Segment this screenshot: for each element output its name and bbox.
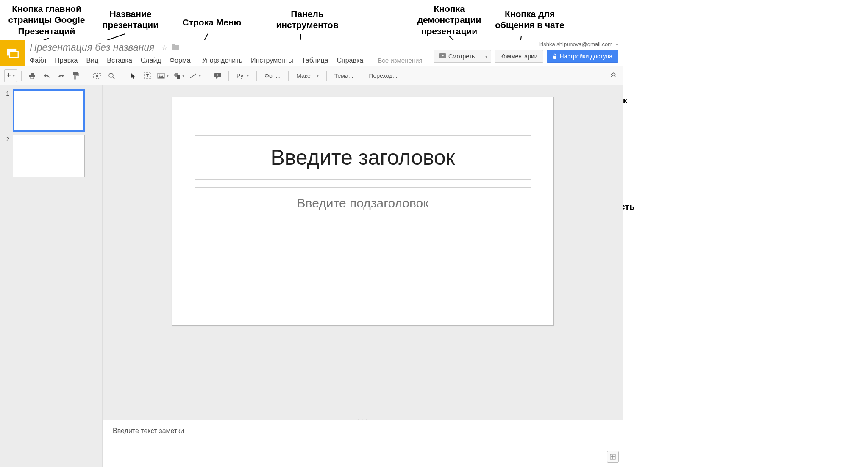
input-tools-button[interactable]: Ру▾ bbox=[233, 69, 252, 82]
share-button-label: Настройки доступа bbox=[560, 53, 612, 60]
svg-line-28 bbox=[190, 74, 196, 78]
anno-title: Название презентации bbox=[92, 8, 169, 31]
textbox-button[interactable]: T bbox=[141, 69, 154, 82]
anno-toolbar: Панель инструментов bbox=[267, 8, 348, 31]
toolbar: +▾ T ▾ ▾ ▾ + Ру▾ Фон... Макет▾ Тема... П… bbox=[0, 66, 623, 85]
notes-placeholder-text: Введите текст заметки bbox=[113, 427, 184, 434]
slides-home-button[interactable] bbox=[0, 40, 25, 66]
slide-index-label: 2 bbox=[3, 135, 13, 143]
collapse-toolbar-button[interactable] bbox=[609, 72, 617, 80]
chevron-double-up-icon bbox=[609, 72, 617, 78]
image-button[interactable]: ▾ bbox=[156, 69, 170, 82]
input-tools-label: Ру bbox=[236, 72, 243, 79]
textbox-icon: T bbox=[144, 72, 151, 79]
anno-home: Кнопка главной страницы Google Презентац… bbox=[2, 3, 91, 37]
svg-rect-15 bbox=[31, 73, 34, 75]
menu-help[interactable]: Справка bbox=[337, 57, 363, 64]
menu-table[interactable]: Таблица bbox=[302, 57, 328, 64]
svg-text:T: T bbox=[146, 73, 149, 78]
undo-button[interactable] bbox=[40, 69, 53, 82]
image-icon bbox=[157, 73, 165, 79]
anno-menu: Строка Меню bbox=[178, 17, 246, 28]
play-icon bbox=[439, 53, 446, 59]
layout-button[interactable]: Макет▾ bbox=[293, 69, 322, 82]
svg-text:+: + bbox=[217, 73, 219, 77]
undo-icon bbox=[43, 73, 50, 79]
account-email-label: irishka.shipunova@gmail.com bbox=[539, 41, 612, 47]
svg-line-21 bbox=[113, 77, 114, 79]
account-dropdown[interactable]: irishka.shipunova@gmail.com ▾ bbox=[539, 41, 618, 47]
cursor-icon bbox=[130, 72, 136, 79]
svg-rect-17 bbox=[73, 72, 78, 75]
slide-thumb[interactable] bbox=[13, 89, 85, 132]
slide-index-label: 1 bbox=[3, 89, 13, 97]
paint-roller-icon bbox=[72, 72, 79, 80]
svg-rect-11 bbox=[10, 52, 18, 58]
menu-view[interactable]: Вид bbox=[86, 57, 98, 64]
svg-rect-19 bbox=[96, 75, 98, 77]
anno-chat: Кнопка для общения в чате bbox=[490, 8, 570, 31]
svg-rect-16 bbox=[31, 77, 34, 79]
redo-icon bbox=[57, 73, 65, 79]
present-button-label: Смотреть bbox=[448, 53, 475, 60]
line-button[interactable]: ▾ bbox=[188, 69, 203, 82]
zoom-fit-button[interactable] bbox=[91, 69, 103, 82]
slide-thumbnail[interactable]: 2 bbox=[0, 133, 102, 179]
chevron-down-icon: ▾ bbox=[485, 54, 487, 59]
slides-logo-icon bbox=[6, 46, 20, 61]
menu-arrange[interactable]: Упорядочить bbox=[202, 57, 242, 64]
background-button[interactable]: Фон... bbox=[261, 69, 284, 82]
subtitle-placeholder[interactable]: Введите подзаголовок bbox=[195, 187, 531, 219]
print-button[interactable] bbox=[26, 69, 39, 82]
shape-icon bbox=[174, 72, 181, 79]
menu-insert[interactable]: Вставка bbox=[107, 57, 132, 64]
speaker-notes-area[interactable]: Введите текст заметки bbox=[103, 420, 623, 467]
menu-tools[interactable]: Инструменты bbox=[251, 57, 293, 64]
slide-canvas[interactable]: Введите заголовок Введите подзаголовок bbox=[172, 97, 554, 326]
comment-icon: + bbox=[214, 72, 222, 79]
svg-rect-13 bbox=[553, 56, 556, 59]
presentation-title[interactable]: Презентация без названия bbox=[30, 42, 154, 53]
comment-add-button[interactable]: + bbox=[211, 69, 224, 82]
comments-button[interactable]: Комментарии bbox=[495, 50, 543, 63]
slide-thumb[interactable] bbox=[13, 135, 85, 177]
present-button-group: Смотреть ▾ bbox=[434, 50, 491, 63]
share-button[interactable]: Настройки доступа bbox=[547, 50, 618, 63]
folder-icon[interactable] bbox=[172, 44, 180, 52]
header: Презентация без названия ☆ Файл Правка В… bbox=[0, 40, 623, 66]
present-dropdown-button[interactable]: ▾ bbox=[480, 50, 491, 63]
shape-button[interactable]: ▾ bbox=[172, 69, 186, 82]
present-button[interactable]: Смотреть bbox=[434, 50, 480, 63]
chevron-down-icon: ▾ bbox=[616, 42, 618, 47]
anno-present: Кнопка демонстрации презентации bbox=[407, 3, 492, 37]
paint-format-button[interactable] bbox=[69, 69, 82, 82]
transition-button[interactable]: Переход... bbox=[365, 69, 401, 82]
menu-edit[interactable]: Правка bbox=[55, 57, 78, 64]
zoom-button[interactable] bbox=[105, 69, 118, 82]
redo-button[interactable] bbox=[55, 69, 67, 82]
explore-button[interactable] bbox=[607, 451, 619, 463]
svg-point-20 bbox=[109, 73, 113, 77]
layout-label: Макет bbox=[296, 72, 313, 79]
menu-slide[interactable]: Слайд bbox=[141, 57, 161, 64]
magnifier-icon bbox=[108, 72, 115, 79]
menu-format[interactable]: Формат bbox=[170, 57, 194, 64]
title-placeholder[interactable]: Введите заголовок bbox=[195, 135, 531, 180]
plus-square-icon bbox=[610, 454, 616, 460]
svg-point-25 bbox=[159, 74, 161, 75]
menu-file[interactable]: Файл bbox=[30, 57, 46, 64]
lock-icon bbox=[552, 53, 557, 59]
slide-filmstrip[interactable]: 1 2 bbox=[0, 85, 103, 467]
print-icon bbox=[28, 72, 36, 79]
line-icon bbox=[189, 73, 197, 79]
notes-resize-handle[interactable]: · · · bbox=[103, 417, 623, 420]
svg-rect-27 bbox=[177, 75, 180, 79]
comments-button-label: Комментарии bbox=[500, 53, 537, 60]
slide-thumbnail[interactable]: 1 bbox=[0, 88, 102, 133]
new-slide-button[interactable]: +▾ bbox=[4, 69, 17, 82]
fit-icon bbox=[93, 73, 101, 79]
theme-button[interactable]: Тема... bbox=[331, 69, 357, 82]
select-tool-button[interactable] bbox=[127, 69, 139, 82]
star-icon[interactable]: ☆ bbox=[161, 44, 167, 52]
